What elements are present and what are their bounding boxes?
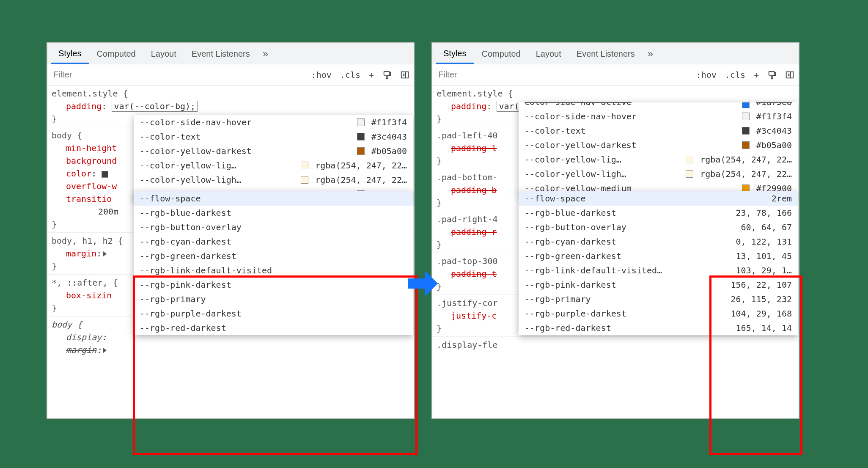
dropdown-row[interactable]: --rgb-pink-darkest — [134, 278, 413, 292]
display-rule: .display-fle — [432, 337, 799, 353]
tab-styles[interactable]: Styles — [436, 44, 474, 64]
dropdown-item-name: --flow-space — [525, 192, 767, 205]
dropdown-item-value: 103, 29, 1… — [732, 264, 792, 277]
var-dropdown-bottom[interactable]: --flow-space2rem--rgb-blue-darkest23, 78… — [519, 191, 798, 335]
dropdown-row[interactable]: --rgb-blue-darkest — [134, 206, 413, 220]
prop[interactable]: justify-c — [451, 311, 497, 321]
prop[interactable]: padding-t — [451, 269, 497, 279]
dropdown-row[interactable]: --rgb-cyan-darkest0, 122, 131 — [519, 234, 798, 249]
cls-button[interactable]: .cls — [336, 64, 365, 85]
tab-layout[interactable]: Layout — [528, 44, 569, 63]
prop[interactable]: padding-b — [451, 185, 497, 195]
sidebar-toggle-icon[interactable] — [396, 64, 414, 85]
dropdown-row[interactable]: --color-yellow-ligh…rgba(254, 247, 22… — [134, 173, 413, 187]
tab-event-listeners[interactable]: Event Listeners — [184, 44, 258, 63]
dropdown-item-name: --rgb-purple-darkest — [525, 307, 727, 320]
prop[interactable]: margin — [66, 248, 96, 259]
devtools-panel-left: Styles Computed Layout Event Listeners »… — [47, 42, 415, 419]
dropdown-row[interactable]: --color-side-nav-hover#f1f3f4 — [519, 109, 798, 124]
dropdown-row[interactable]: --color-yellow-lig…rgba(254, 247, 22… — [134, 158, 413, 173]
var-dropdown-top[interactable]: color side nav active #1a73e8 --color-si… — [519, 102, 798, 195]
var-dropdown-bottom[interactable]: --flow-space--rgb-blue-darkest--rgb-butt… — [134, 191, 413, 335]
dropdown-row[interactable]: --rgb-green-darkest — [134, 249, 413, 263]
dropdown-row[interactable]: --rgb-blue-darkest23, 78, 166 — [519, 206, 798, 220]
prop[interactable]: overflow-w — [66, 181, 117, 191]
tabs-bar: Styles Computed Layout Event Listeners » — [47, 43, 414, 64]
paint-icon[interactable] — [763, 64, 781, 85]
color-swatch — [357, 147, 365, 155]
dropdown-row[interactable]: --color-yellow-ligh…rgba(254, 247, 22… — [519, 167, 798, 181]
dropdown-item-name: --rgb-green-darkest — [525, 250, 732, 262]
dropdown-item-name: --color-yellow-darkest — [140, 145, 357, 157]
prop[interactable]: margin — [66, 345, 96, 355]
dropdown-row[interactable]: --rgb-primary — [134, 292, 413, 306]
var-dropdown-top[interactable]: --color-side-nav-hover#f1f3f4--color-tex… — [134, 115, 413, 201]
dropdown-row[interactable]: --rgb-red-darkest — [134, 321, 413, 335]
dropdown-row[interactable]: --rgb-purple-darkest104, 29, 168 — [519, 306, 798, 321]
paint-icon[interactable] — [378, 64, 396, 85]
dropdown-item-value: #f1f3f4 — [367, 116, 407, 129]
prop[interactable]: padding-l — [451, 143, 497, 153]
dropdown-row[interactable]: --rgb-button-overlay — [134, 220, 413, 234]
dropdown-row[interactable]: --color-yellow-darkest#b05a00 — [134, 144, 413, 158]
dropdown-item-name: --color-side-nav-hover — [525, 110, 742, 123]
filter-input[interactable] — [432, 64, 692, 85]
dropdown-row[interactable]: --rgb-link-default-visited — [134, 263, 413, 278]
dropdown-row[interactable]: --rgb-cyan-darkest — [134, 234, 413, 249]
color-swatch — [742, 141, 750, 149]
tab-styles[interactable]: Styles — [51, 44, 89, 64]
dropdown-row[interactable]: --rgb-primary26, 115, 232 — [519, 292, 798, 306]
more-tabs-icon[interactable]: » — [258, 48, 273, 60]
selector: body, h1, h2 { — [52, 236, 123, 246]
value-editor[interactable]: var(--color-bg); — [112, 101, 198, 112]
prop[interactable]: box-sizin — [66, 290, 112, 300]
dropdown-item-name: --rgb-pink-darkest — [140, 278, 407, 291]
dropdown-row[interactable]: --flow-space2rem — [519, 191, 798, 206]
dropdown-item-name: --rgb-blue-darkest — [525, 206, 732, 219]
prop-padding[interactable]: padding — [451, 101, 486, 111]
new-rule-button[interactable]: + — [750, 64, 763, 85]
new-rule-button[interactable]: + — [365, 64, 378, 85]
tab-computed[interactable]: Computed — [89, 44, 143, 63]
dropdown-row[interactable]: --rgb-green-darkest13, 101, 45 — [519, 249, 798, 263]
more-tabs-icon[interactable]: » — [643, 48, 658, 60]
dropdown-item-value: 165, 14, 14 — [732, 322, 792, 334]
cls-button[interactable]: .cls — [721, 64, 750, 85]
prop[interactable]: display — [66, 332, 102, 342]
svg-rect-3 — [769, 71, 775, 75]
prop[interactable]: background — [66, 156, 117, 166]
tab-layout[interactable]: Layout — [143, 44, 184, 63]
tab-event-listeners[interactable]: Event Listeners — [569, 44, 643, 63]
prop[interactable]: min-height — [66, 143, 117, 153]
prop[interactable]: padding-r — [451, 227, 497, 237]
dropdown-item-name: --flow-space — [140, 192, 407, 205]
dropdown-row[interactable]: --color-yellow-darkest#b05a00 — [519, 138, 798, 152]
dropdown-item-name: --rgb-cyan-darkest — [525, 235, 732, 248]
dropdown-row[interactable]: --rgb-link-default-visited…103, 29, 1… — [519, 263, 798, 278]
dropdown-row[interactable]: --color-text#3c4043 — [134, 129, 413, 144]
dropdown-row[interactable]: --rgb-red-darkest165, 14, 14 — [519, 321, 798, 335]
expand-triangle-icon[interactable] — [103, 251, 107, 256]
expand-triangle-icon[interactable] — [103, 348, 107, 353]
hov-button[interactable]: :hov — [692, 64, 721, 85]
dropdown-row[interactable]: --color-side-nav-hover#f1f3f4 — [134, 115, 413, 129]
selector: .display-fle — [437, 340, 498, 350]
filter-input[interactable] — [47, 64, 307, 85]
dropdown-row[interactable]: --rgb-pink-darkest156, 22, 107 — [519, 278, 798, 292]
dropdown-row[interactable]: --rgb-purple-darkest — [134, 306, 413, 321]
sidebar-toggle-icon[interactable] — [781, 64, 799, 85]
prop-padding[interactable]: padding — [66, 101, 102, 111]
hov-button[interactable]: :hov — [307, 64, 336, 85]
dropdown-row[interactable]: --rgb-button-overlay60, 64, 67 — [519, 220, 798, 234]
dropdown-row[interactable]: --color-yellow-lig…rgba(254, 247, 22… — [519, 152, 798, 167]
dropdown-row[interactable]: --flow-space — [134, 191, 413, 206]
prop-val: 200m — [98, 206, 118, 217]
prop[interactable]: transitio — [66, 194, 112, 204]
dropdown-row[interactable]: --color-text#3c4043 — [519, 124, 798, 138]
dropdown-row[interactable]: color side nav active #1a73e8 — [519, 102, 798, 109]
dropdown-item-name: --color-yellow-darkest — [525, 139, 742, 151]
tab-computed[interactable]: Computed — [474, 44, 528, 63]
selector: .pad-left-40 — [437, 130, 498, 140]
dropdown-item-name: --color-text — [140, 130, 357, 143]
prop[interactable]: color — [66, 168, 91, 179]
